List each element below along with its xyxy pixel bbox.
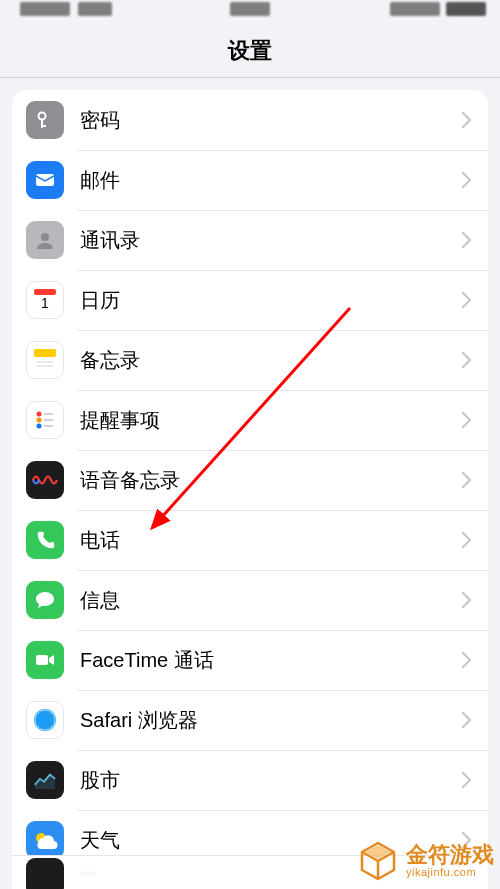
row-label: 提醒事项 <box>80 407 462 434</box>
row-label: 邮件 <box>80 167 462 194</box>
chevron-right-icon <box>462 532 472 548</box>
svg-rect-2 <box>41 125 46 127</box>
chevron-right-icon <box>462 472 472 488</box>
row-notes[interactable]: 备忘录 <box>12 330 488 390</box>
chevron-right-icon <box>462 412 472 428</box>
settings-screen: 设置 密码 邮件 通讯录 1 日历 <box>0 0 500 889</box>
mail-icon <box>26 161 64 199</box>
phone-icon <box>26 521 64 559</box>
svg-point-4 <box>41 233 49 241</box>
notes-icon <box>26 341 64 379</box>
row-label: Safari 浏览器 <box>80 707 462 734</box>
row-contacts[interactable]: 通讯录 <box>12 210 488 270</box>
safari-icon <box>26 701 64 739</box>
voice-memos-icon <box>26 461 64 499</box>
watermark: 金符游戏 yikajinfu.com <box>356 839 494 883</box>
chevron-right-icon <box>462 592 472 608</box>
watermark-cube-icon <box>356 839 400 883</box>
stocks-icon <box>26 761 64 799</box>
row-phone[interactable]: 电话 <box>12 510 488 570</box>
row-label: 备忘录 <box>80 347 462 374</box>
calendar-icon: 1 <box>26 281 64 319</box>
svg-point-11 <box>37 418 42 423</box>
row-reminders[interactable]: 提醒事项 <box>12 390 488 450</box>
chevron-right-icon <box>462 652 472 668</box>
contacts-icon <box>26 221 64 259</box>
reminders-icon <box>26 401 64 439</box>
svg-point-0 <box>39 113 46 120</box>
svg-rect-16 <box>36 655 48 665</box>
status-bar <box>0 0 500 24</box>
row-label: 日历 <box>80 287 462 314</box>
row-facetime[interactable]: FaceTime 通话 <box>12 630 488 690</box>
row-stocks[interactable]: 股市 <box>12 750 488 810</box>
chevron-right-icon <box>462 172 472 188</box>
title-bar: 设置 <box>0 24 500 78</box>
chevron-right-icon <box>462 352 472 368</box>
row-messages[interactable]: 信息 <box>12 570 488 630</box>
svg-rect-3 <box>36 174 54 186</box>
row-mail[interactable]: 邮件 <box>12 150 488 210</box>
chevron-right-icon <box>462 712 472 728</box>
key-icon <box>26 101 64 139</box>
svg-text:1: 1 <box>41 295 49 311</box>
weather-icon <box>26 821 64 859</box>
translate-icon <box>26 858 64 890</box>
row-label: FaceTime 通话 <box>80 647 462 674</box>
row-passwords[interactable]: 密码 <box>12 90 488 150</box>
watermark-title: 金符游戏 <box>406 844 494 866</box>
svg-point-12 <box>37 424 42 429</box>
row-voice-memos[interactable]: 语音备忘录 <box>12 450 488 510</box>
row-label: 股市 <box>80 767 462 794</box>
row-label: 信息 <box>80 587 462 614</box>
watermark-url: yikajinfu.com <box>406 866 494 878</box>
row-label: 密码 <box>80 107 462 134</box>
facetime-icon <box>26 641 64 679</box>
svg-rect-7 <box>34 349 56 357</box>
row-calendar[interactable]: 1 日历 <box>12 270 488 330</box>
row-label: 语音备忘录 <box>80 467 462 494</box>
chevron-right-icon <box>462 772 472 788</box>
row-safari[interactable]: Safari 浏览器 <box>12 690 488 750</box>
chevron-right-icon <box>462 232 472 248</box>
chevron-right-icon <box>462 292 472 308</box>
svg-point-10 <box>37 412 42 417</box>
messages-icon <box>26 581 64 619</box>
svg-point-17 <box>34 709 56 731</box>
row-label: 通讯录 <box>80 227 462 254</box>
chevron-right-icon <box>462 112 472 128</box>
settings-group: 密码 邮件 通讯录 1 日历 <box>12 90 488 870</box>
row-label: 电话 <box>80 527 462 554</box>
page-title: 设置 <box>228 36 273 66</box>
